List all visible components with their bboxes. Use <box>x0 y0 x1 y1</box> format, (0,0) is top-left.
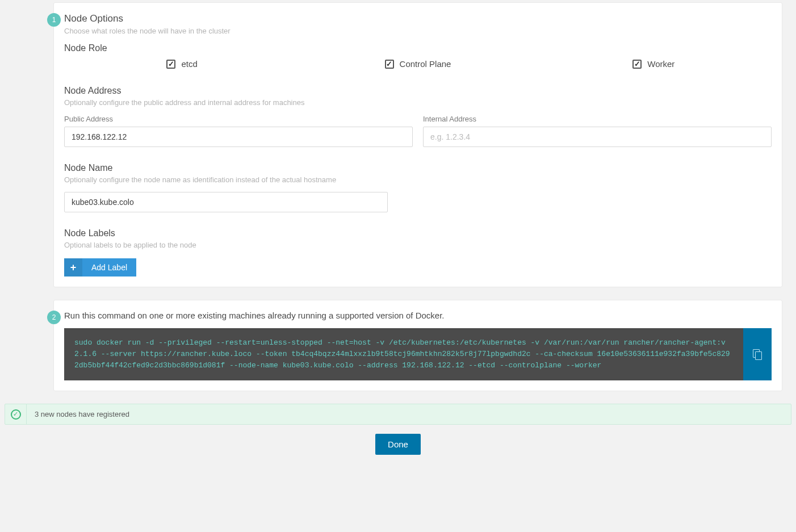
status-message: 3 new nodes have registered <box>27 404 137 424</box>
node-address-subtitle: Optionally configure the public address … <box>64 98 772 107</box>
step-badge-1: 1 <box>47 13 61 27</box>
node-name-input[interactable] <box>64 192 388 212</box>
node-role-label: Node Role <box>64 43 772 53</box>
node-options-panel: 1 Node Options Choose what roles the nod… <box>53 2 782 287</box>
public-address-label: Public Address <box>64 115 413 123</box>
etcd-label: etcd <box>181 59 197 69</box>
control-plane-label: Control Plane <box>400 59 451 69</box>
worker-label: Worker <box>647 59 674 69</box>
done-button[interactable]: Done <box>375 434 421 455</box>
node-address-title: Node Address <box>64 86 772 96</box>
step-badge-2: 2 <box>47 311 61 324</box>
node-name-subtitle: Optionally configure the node name as id… <box>64 175 772 184</box>
plus-icon: + <box>64 258 82 277</box>
public-address-input[interactable] <box>64 127 413 147</box>
node-options-subtitle: Choose what roles the node will have in … <box>64 27 772 35</box>
copy-button[interactable] <box>743 328 772 380</box>
worker-checkbox[interactable] <box>632 60 642 69</box>
command-text[interactable]: sudo docker run -d --privileged --restar… <box>64 328 743 380</box>
check-circle-icon: ✓ <box>11 409 21 420</box>
node-options-title: Node Options <box>64 13 772 24</box>
node-name-title: Node Name <box>64 163 772 173</box>
run-command-panel: 2 Run this command on one or more existi… <box>53 300 782 391</box>
control-plane-checkbox[interactable] <box>385 60 394 69</box>
node-labels-title: Node Labels <box>64 228 772 238</box>
run-command-instruction: Run this command on one or more existing… <box>64 311 772 320</box>
status-bar: ✓ 3 new nodes have registered <box>5 404 791 425</box>
add-label-button-text: Add Label <box>82 263 136 272</box>
clipboard-icon <box>753 349 762 359</box>
internal-address-input[interactable] <box>423 127 772 147</box>
etcd-checkbox[interactable] <box>166 60 175 69</box>
internal-address-label: Internal Address <box>423 115 772 123</box>
add-label-button[interactable]: + Add Label <box>64 258 136 277</box>
node-labels-subtitle: Optional labels to be applied to the nod… <box>64 241 772 249</box>
